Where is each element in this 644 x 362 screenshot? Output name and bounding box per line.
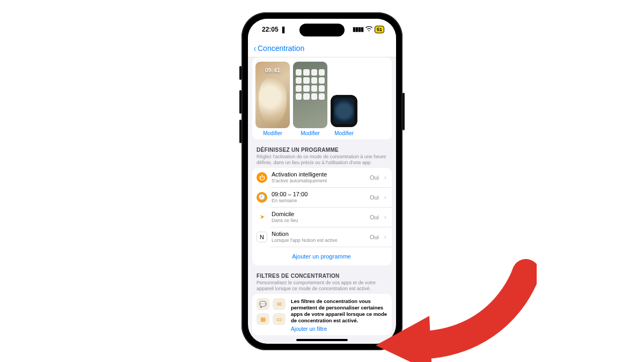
- battery-icon: ▭: [273, 313, 286, 325]
- add-filter-button[interactable]: Ajouter un filtre: [291, 326, 327, 332]
- side-button: [239, 90, 241, 114]
- chevron-right-icon: ›: [384, 233, 386, 241]
- schedule-row-location[interactable]: ➤ Domicile Dans ce lieu Oui ›: [252, 208, 392, 227]
- section-title: DÉFINISSEZ UN PROGRAMME: [257, 147, 387, 153]
- calendar-icon: ▦: [257, 313, 269, 325]
- content[interactable]: − Modifier − Modifier −: [248, 57, 396, 338]
- lock-screen-thumbnail: [255, 62, 290, 128]
- home-indicator[interactable]: [296, 339, 348, 341]
- iphone-frame: 22:05 ❚ ▮▮▮▮ 51 ‹ Concentration −: [241, 12, 402, 350]
- status-time: 22:05: [262, 26, 279, 33]
- chevron-right-icon: ›: [384, 194, 386, 201]
- side-button: [239, 120, 241, 143]
- focus-icon: ❚: [281, 26, 286, 33]
- schedule-section-header: DÉFINISSEZ UN PROGRAMME Réglez l'activat…: [252, 139, 392, 168]
- schedule-row-time[interactable]: 🕘 09:00 – 17:00 En semaine Oui ›: [252, 188, 392, 207]
- chevron-right-icon: ›: [384, 213, 386, 221]
- section-description: Personnalisez le comportement de vos app…: [257, 280, 387, 292]
- home-screen-thumbnail: [293, 62, 327, 128]
- schedule-list: ⏻ Activation intelligente S'active autom…: [252, 168, 392, 265]
- home-screen-option[interactable]: − Modifier: [293, 62, 327, 136]
- modify-link[interactable]: Modifier: [301, 130, 320, 136]
- add-schedule-button[interactable]: Ajouter un programme: [252, 247, 392, 265]
- watch-thumbnail: [331, 95, 357, 127]
- side-button: [402, 93, 405, 130]
- filters-body: Les filtres de concentration vous permet…: [291, 298, 387, 324]
- filters-icon-grid: 💬 ✉ ▦ ▭: [257, 298, 286, 332]
- row-subtitle: Lorsque l'app Notion est active: [272, 238, 365, 243]
- add-schedule-label: Ajouter un programme: [292, 253, 350, 260]
- row-value: Oui: [370, 214, 379, 220]
- cellular-icon: ▮▮▮▮: [353, 26, 363, 33]
- schedule-row-smart-activation[interactable]: ⏻ Activation intelligente S'active autom…: [252, 168, 392, 187]
- modify-link[interactable]: Modifier: [263, 130, 282, 136]
- row-subtitle: Dans ce lieu: [272, 218, 365, 224]
- row-value: Oui: [370, 174, 379, 181]
- watch-face-option[interactable]: − Modifier: [331, 95, 357, 136]
- chevron-right-icon: ›: [384, 174, 386, 181]
- row-title: 09:00 – 17:00: [272, 191, 365, 198]
- side-button: [239, 66, 241, 80]
- chevron-left-icon: ‹: [254, 43, 256, 53]
- messages-icon: 💬: [257, 298, 269, 310]
- row-title: Activation intelligente: [272, 171, 365, 178]
- modify-link[interactable]: Modifier: [334, 130, 354, 136]
- back-button[interactable]: ‹ Concentration: [253, 43, 304, 53]
- wifi-icon: [365, 26, 372, 33]
- location-icon: ➤: [257, 212, 267, 223]
- row-subtitle: En semaine: [272, 198, 365, 204]
- row-value: Oui: [370, 234, 379, 240]
- row-title: Notion: [272, 231, 365, 238]
- power-icon: ⏻: [257, 172, 267, 183]
- row-title: Domicile: [272, 211, 365, 218]
- section-title: FILTRES DE CONCENTRATION: [257, 273, 387, 279]
- filters-section-header: FILTRES DE CONCENTRATION Personnalisez l…: [252, 265, 392, 294]
- lock-screen-option[interactable]: − Modifier: [255, 62, 290, 136]
- section-description: Réglez l'activation de ce mode de concen…: [257, 154, 387, 166]
- clock-icon: 🕘: [257, 192, 267, 203]
- row-subtitle: S'active automatiquement: [272, 178, 365, 184]
- row-value: Oui: [370, 194, 379, 201]
- notion-app-icon: N: [257, 232, 267, 242]
- filters-card: 💬 ✉ ▦ ▭ Les filtres de concentration vou…: [252, 294, 392, 335]
- screens-card: − Modifier − Modifier −: [252, 57, 392, 139]
- back-label: Concentration: [258, 44, 304, 53]
- nav-bar: ‹ Concentration: [248, 40, 396, 57]
- battery-icon: 51: [375, 26, 384, 33]
- schedule-row-app[interactable]: N Notion Lorsque l'app Notion est active…: [252, 227, 392, 247]
- dynamic-island: [299, 24, 345, 36]
- mail-icon: ✉: [273, 298, 286, 310]
- screen: 22:05 ❚ ▮▮▮▮ 51 ‹ Concentration −: [248, 19, 396, 344]
